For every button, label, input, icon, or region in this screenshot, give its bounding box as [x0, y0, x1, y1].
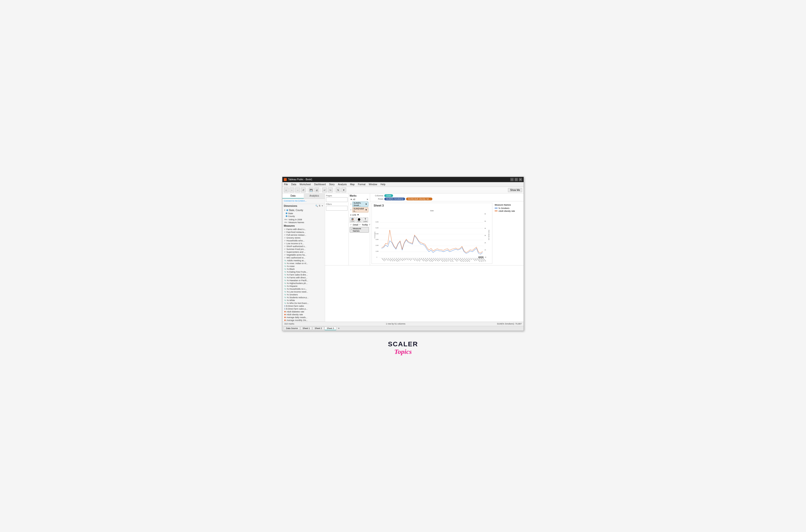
m-wic[interactable]: #WIC-authorized st... [282, 256, 325, 259]
menu-file[interactable]: File [283, 183, 288, 186]
m-direct-farm-p[interactable]: $$ Direct farm sales p... [282, 307, 325, 310]
print-button[interactable]: 🖨 [314, 188, 319, 192]
adult-pill[interactable]: SUM(Adult o... ▼ [352, 207, 369, 212]
menu-map[interactable]: Map [349, 183, 355, 186]
add-sheet-button[interactable]: ＋ [338, 327, 340, 330]
close-button[interactable]: ✕ [519, 178, 522, 181]
forward-button[interactable]: → [295, 188, 300, 192]
field-county[interactable]: County [284, 215, 323, 218]
field-state[interactable]: State [284, 212, 323, 215]
m-adult-diab[interactable]: Adult diabetes rate [282, 310, 325, 313]
m-amer-indian[interactable]: %% Amer. Indian or Al... [282, 262, 325, 265]
m-households-no[interactable]: %% Households no c... [282, 288, 325, 290]
m-grocery[interactable]: #Grocery stores [282, 236, 325, 239]
menu-format[interactable]: Format [357, 183, 366, 186]
minimize-button[interactable]: – [510, 178, 514, 181]
county-dot [286, 215, 287, 217]
tab-sheet2[interactable]: Sheet 2 [313, 327, 324, 330]
marks-adult[interactable]: ∨ SUM(Adult o... ▼ [350, 207, 369, 213]
maximize-button[interactable]: □ [514, 178, 518, 181]
menu-analysis[interactable]: Analysis [337, 183, 347, 186]
m-adults-meeting[interactable]: %Adults meeting ac... [282, 259, 325, 262]
smokers-pill[interactable]: SUM(% Smok... ▼ [352, 202, 369, 207]
svg-text:5K: 5K [485, 220, 486, 222]
home-button[interactable]: ⌂ [284, 188, 288, 192]
tab-sheet1[interactable]: Sheet 1 [300, 327, 312, 330]
m-asian[interactable]: %% Asian [282, 265, 325, 268]
svg-text:1,000: 1,000 [376, 250, 379, 252]
svg-text:5,000: 5,000 [376, 227, 379, 228]
m-snap[interactable]: #SNAP-authorized s... [282, 245, 325, 248]
redo-button[interactable]: ↪ [328, 188, 333, 192]
columns-state-pill[interactable]: State [384, 194, 393, 197]
sort-dim-icon[interactable]: ⇅ [319, 205, 321, 207]
field-measure-names[interactable]: Abc Measure Names [282, 221, 325, 224]
line-type-icon: ≡ [350, 214, 352, 216]
menu-dashboard[interactable]: Dashboard [314, 183, 326, 186]
refresh-button[interactable]: ↺ [301, 188, 306, 192]
tab-datasource[interactable]: Data Source [284, 327, 300, 330]
connect-button[interactable]: Connect to me (USDA... [284, 200, 307, 202]
menu-story[interactable]: Story [329, 183, 335, 186]
m-high[interactable]: %% Highschoolers ph... [282, 282, 325, 285]
menu-worksheet[interactable]: Worksheet [299, 183, 312, 186]
m-households[interactable]: #Households w/no... [282, 239, 325, 242]
sort-button[interactable]: ⇅ [336, 188, 340, 192]
marks-detail-row: ✓ Detail ✓ Tooltip ✓ Path [350, 223, 369, 226]
label-btn[interactable]: T Label [362, 217, 368, 223]
columns-label: Columns [372, 194, 383, 197]
marks-smokers[interactable]: ∨ SUM(% Smok... ▼ [350, 201, 369, 207]
menu-window[interactable]: Window [368, 183, 378, 186]
m-hispanic[interactable]: %% Hispanic [282, 285, 325, 288]
m-veg[interactable]: #Vegetable acres ha... [282, 253, 325, 256]
filters-shelf[interactable] [326, 206, 348, 211]
marks-buttons: Color ⬤ Size T Label [350, 217, 369, 223]
more-icon[interactable]: ▼ [321, 205, 323, 207]
tab-analytics[interactable]: Analytics [304, 193, 325, 198]
legend-smokers-label: % Smokers [499, 207, 509, 209]
m-hawaiian[interactable]: %% Hawaiian or Pacifi... [282, 279, 325, 282]
pages-shelf[interactable] [326, 197, 348, 202]
field-voting[interactable]: Abc Voting in 2008 [282, 218, 325, 221]
rows-smokers-pill[interactable]: SUM(% Smokers) [384, 197, 405, 201]
rows-adult-pill[interactable]: SUM(Adult obesity rat... [406, 197, 432, 201]
m-direct-farm[interactable]: $$ Direct farm sales [282, 305, 325, 307]
size-btn[interactable]: ⬤ Size [356, 217, 362, 223]
m-no-exercise[interactable]: %% Who Do Not Exerc... [282, 302, 325, 305]
m-students[interactable]: %% Students reduce-p... [282, 296, 325, 299]
filter-button[interactable]: ▼ [341, 188, 346, 192]
m-white[interactable]: %% White [282, 299, 325, 302]
menu-help[interactable]: Help [380, 183, 386, 186]
m-farms[interactable]: #Farms with direct s... [282, 228, 325, 231]
save-button[interactable]: 💾 [309, 188, 314, 192]
back-button[interactable]: ← [289, 188, 294, 192]
search-icon[interactable]: 🔍 [315, 205, 318, 207]
m-farms-direct[interactable]: %% Farms with direct... [282, 276, 325, 279]
m-lowincome[interactable]: #Low Income & N... [282, 242, 325, 245]
m-avg-monthly[interactable]: Average monthly SN... [282, 319, 325, 322]
undo-button[interactable]: ↩ [322, 188, 327, 192]
state-dot [286, 212, 287, 214]
tab-data[interactable]: Data [282, 193, 304, 198]
x-axis-states: Alabama Alaska Arizona Arkansas Californ… [381, 258, 486, 262]
m-smokers[interactable]: %% Smokers [282, 293, 325, 296]
menu-data[interactable]: Data [290, 183, 297, 186]
m-few-fruits[interactable]: %% Eating Few Fruits... [282, 270, 325, 273]
m-fullservice[interactable]: #Full-service restaur... [282, 233, 325, 236]
m-fastfood[interactable]: #Fast-food restaura... [282, 231, 325, 233]
m-super[interactable]: #Supercenters and ... [282, 251, 325, 253]
chart-and-shelves: Columns State Rows SUM(% Smokers) SUM [370, 193, 524, 265]
tab-sheet3[interactable]: Sheet 3 [324, 327, 336, 330]
svg-text:2K: 2K [485, 242, 486, 243]
m-summer[interactable]: #Summer-Food pro... [282, 248, 325, 251]
show-me-button[interactable]: Show Me [508, 188, 522, 192]
marks-all[interactable]: ▼ All ✕ [350, 198, 369, 201]
m-black[interactable]: %% Black [282, 268, 325, 270]
marks-type-selector[interactable]: ≡ Line ▼ [350, 213, 369, 217]
color-btn[interactable]: Color [350, 217, 355, 223]
m-avg-meals[interactable]: Average daily meals... [282, 316, 325, 319]
m-farm-sales[interactable]: %% Farm sales $-dire... [282, 273, 325, 276]
m-lowincome-need[interactable]: %% Low-income need... [282, 290, 325, 293]
measure-names-pill[interactable]: ⠿ Measure Names [350, 227, 369, 233]
m-adult-obesity[interactable]: Adult obesity rate [282, 313, 325, 316]
